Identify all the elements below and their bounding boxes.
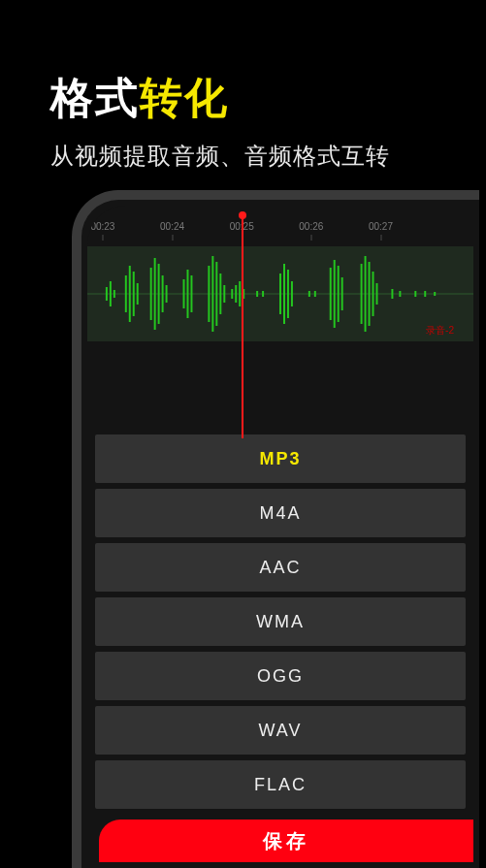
playhead[interactable] [242, 215, 243, 438]
track-label: 录音-2 [426, 324, 454, 338]
save-button[interactable]: 保存 [99, 820, 473, 862]
timeline-tick: 00:23 [90, 221, 114, 232]
format-option-wav[interactable]: WAV [95, 706, 466, 755]
format-option-flac[interactable]: FLAC [95, 760, 466, 809]
timeline-tick: 00:24 [160, 221, 184, 232]
format-option-aac[interactable]: AAC [95, 543, 466, 592]
promo-page: 格式转化 从视频提取音频、音频格式互转 00:23 00:24 00:25 00… [0, 0, 486, 868]
format-option-wma[interactable]: WMA [95, 597, 466, 646]
device-frame: 00:23 00:24 00:25 00:26 00:27 [72, 190, 479, 868]
waveform-track[interactable]: 录音-2 [87, 246, 473, 341]
headline-part1: 格式 [50, 74, 140, 121]
headline: 格式转化 [0, 0, 486, 127]
subheadline: 从视频提取音频、音频格式互转 [0, 127, 486, 172]
timeline-tick: 00:27 [369, 221, 393, 232]
format-option-m4a[interactable]: M4A [95, 489, 466, 537]
format-list: MP3 M4A AAC WMA OGG WAV FLAC [87, 434, 473, 809]
waveform-icon [87, 246, 473, 341]
timeline-ruler[interactable]: 00:23 00:24 00:25 00:26 00:27 [87, 215, 473, 244]
playhead-handle-icon[interactable] [239, 211, 246, 219]
format-option-ogg[interactable]: OGG [95, 652, 466, 700]
timeline-tick: 00:26 [299, 221, 323, 232]
app-screen: 00:23 00:24 00:25 00:26 00:27 [87, 206, 473, 862]
format-option-mp3[interactable]: MP3 [95, 434, 466, 483]
headline-part2: 转化 [140, 74, 229, 121]
